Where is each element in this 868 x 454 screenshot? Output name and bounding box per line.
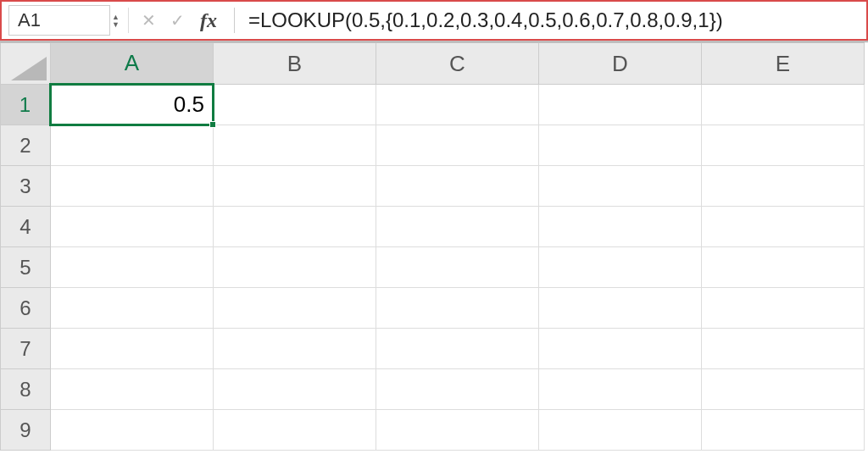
cell-d2[interactable] (539, 125, 702, 166)
row-header-9[interactable]: 9 (0, 410, 51, 451)
row-header-3[interactable]: 3 (0, 166, 51, 207)
cell-d8[interactable] (539, 369, 702, 410)
cell-e8[interactable] (702, 369, 865, 410)
column-header-e[interactable]: E (702, 42, 865, 85)
cell-b8[interactable] (214, 369, 376, 410)
cell-b4[interactable] (214, 207, 376, 247)
divider (234, 8, 235, 33)
cell-a1[interactable]: 0.5 (51, 85, 214, 125)
cell-a9[interactable] (51, 410, 214, 451)
cell-e2[interactable] (702, 125, 865, 166)
cell-e4[interactable] (702, 207, 865, 247)
cell-b9[interactable] (214, 410, 376, 451)
cell-d5[interactable] (539, 247, 702, 288)
cell-b6[interactable] (214, 288, 376, 329)
row-header-1[interactable]: 1 (0, 85, 51, 125)
cell-b5[interactable] (214, 247, 376, 288)
cell-c5[interactable] (376, 247, 539, 288)
cell-c8[interactable] (376, 369, 539, 410)
column-header-c[interactable]: C (376, 42, 539, 85)
divider (128, 8, 129, 33)
cell-c2[interactable] (376, 125, 539, 166)
cell-c1[interactable] (376, 85, 539, 125)
cell-e6[interactable] (702, 288, 865, 329)
cell-c9[interactable] (376, 410, 539, 451)
close-icon: ✕ (142, 10, 156, 30)
cell-d4[interactable] (539, 207, 702, 247)
cell-a5[interactable] (51, 247, 214, 288)
cell-b7[interactable] (214, 329, 376, 369)
cell-b3[interactable] (214, 166, 376, 207)
confirm-button[interactable]: ✓ (166, 8, 190, 32)
select-all-corner[interactable] (0, 42, 51, 85)
cell-a3[interactable] (51, 166, 214, 207)
fx-label[interactable]: fx (195, 9, 222, 32)
cancel-button[interactable]: ✕ (137, 8, 161, 32)
column-header-d[interactable]: D (539, 42, 702, 85)
row-header-4[interactable]: 4 (0, 207, 51, 247)
row-header-2[interactable]: 2 (0, 125, 51, 166)
cell-e5[interactable] (702, 247, 865, 288)
cell-a4[interactable] (51, 207, 214, 247)
name-box[interactable]: A1 (8, 5, 110, 36)
spinner-up-icon[interactable]: ▲ (112, 14, 120, 20)
formula-bar: A1 ▲ ▼ ✕ ✓ fx =LOOKUP(0.5,{0.1,0.2,0.3,0… (0, 0, 868, 41)
cell-d3[interactable] (539, 166, 702, 207)
formula-input[interactable]: =LOOKUP(0.5,{0.1,0.2,0.3,0.4,0.5,0.6,0.7… (247, 7, 860, 34)
spreadsheet-grid: A B C D E 1 0.5 2 3 4 5 6 7 8 (0, 42, 868, 451)
row-header-7[interactable]: 7 (0, 329, 51, 369)
cell-d6[interactable] (539, 288, 702, 329)
cell-e9[interactable] (702, 410, 865, 451)
fill-handle[interactable] (209, 121, 216, 128)
cell-a6[interactable] (51, 288, 214, 329)
name-box-spinner[interactable]: ▲ ▼ (112, 14, 120, 28)
column-header-a[interactable]: A (51, 42, 214, 85)
cell-value: 0.5 (174, 91, 204, 118)
row-header-8[interactable]: 8 (0, 369, 51, 410)
column-header-b[interactable]: B (214, 42, 376, 85)
cell-e3[interactable] (702, 166, 865, 207)
cell-d1[interactable] (539, 85, 702, 125)
check-icon: ✓ (170, 10, 185, 30)
cell-c7[interactable] (376, 329, 539, 369)
cell-c4[interactable] (376, 207, 539, 247)
cell-c6[interactable] (376, 288, 539, 329)
cell-c3[interactable] (376, 166, 539, 207)
cell-b2[interactable] (214, 125, 376, 166)
cell-b1[interactable] (214, 85, 376, 125)
spinner-down-icon[interactable]: ▼ (112, 21, 120, 28)
cell-e7[interactable] (702, 329, 865, 369)
cell-d9[interactable] (539, 410, 702, 451)
cell-a2[interactable] (51, 125, 214, 166)
row-header-6[interactable]: 6 (0, 288, 51, 329)
cell-e1[interactable] (702, 85, 865, 125)
cell-a7[interactable] (51, 329, 214, 369)
cell-a8[interactable] (51, 369, 214, 410)
cell-d7[interactable] (539, 329, 702, 369)
row-header-5[interactable]: 5 (0, 247, 51, 288)
